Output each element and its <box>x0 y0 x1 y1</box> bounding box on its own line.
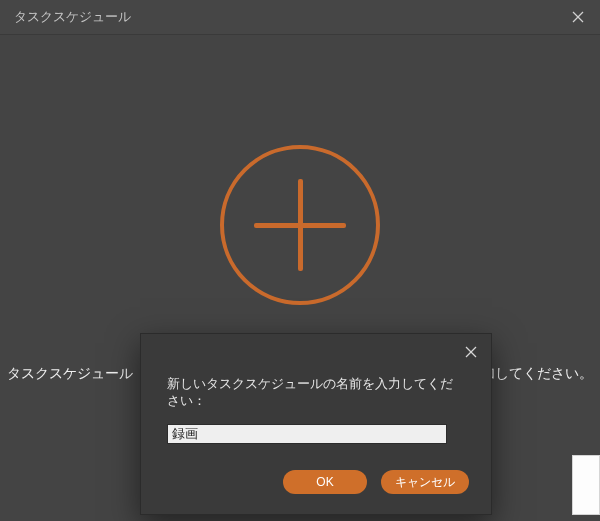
hint-prefix: タスクスケジュール <box>7 365 133 381</box>
dialog-body: 新しいタスクスケジュールの名前を入力してください： <box>141 370 491 444</box>
cancel-button[interactable]: キャンセル <box>381 470 469 494</box>
dialog-button-row: OK キャンセル <box>283 470 469 494</box>
task-name-input[interactable] <box>167 424 447 444</box>
close-icon <box>572 11 584 23</box>
add-task-button[interactable] <box>220 145 380 305</box>
dialog-titlebar <box>141 334 491 370</box>
window-close-button[interactable] <box>556 0 600 34</box>
titlebar: タスクスケジュール <box>0 0 600 35</box>
plus-icon <box>298 179 303 271</box>
close-icon <box>465 346 477 358</box>
dialog-close-button[interactable] <box>451 334 491 370</box>
dialog-prompt: 新しいタスクスケジュールの名前を入力してください： <box>167 376 465 410</box>
task-schedule-window: タスクスケジュール タスクスケジュール を追加してください。 <box>0 0 600 521</box>
background-panel <box>572 455 600 515</box>
window-content: タスクスケジュール を追加してください。 新しいタスクスケジュールの名前を入力し… <box>0 35 600 521</box>
new-task-name-dialog: 新しいタスクスケジュールの名前を入力してください： OK キャンセル <box>140 333 492 515</box>
window-title: タスクスケジュール <box>14 8 131 26</box>
ok-button[interactable]: OK <box>283 470 367 494</box>
